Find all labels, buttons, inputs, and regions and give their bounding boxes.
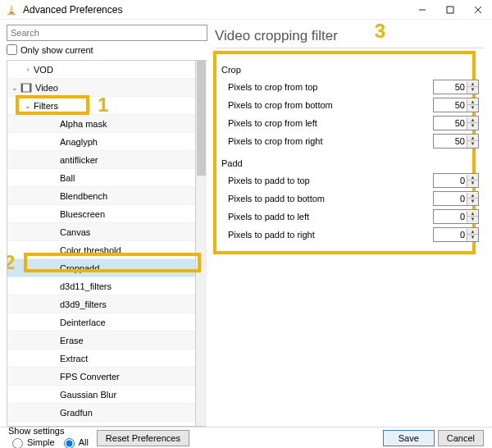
crop-bottom-spinner[interactable]: ▲▼ (433, 98, 479, 112)
tree-item-gaussian-blur[interactable]: Gaussian Blur (7, 386, 195, 404)
tree-scrollbar[interactable] (195, 61, 207, 426)
save-button[interactable]: Save (383, 430, 435, 446)
tree-item-bluescreen[interactable]: Bluescreen (7, 205, 195, 223)
svg-rect-3 (7, 13, 16, 15)
crop-left-field: Pixels to crop from left▲▼ (220, 114, 479, 132)
padd-right-spinner[interactable]: ▲▼ (433, 227, 479, 242)
spin-up-icon[interactable]: ▲ (467, 99, 478, 105)
spin-up-icon[interactable]: ▲ (467, 193, 478, 199)
svg-rect-10 (30, 84, 31, 92)
spin-down-icon[interactable]: ▼ (467, 181, 478, 187)
svg-rect-5 (447, 7, 453, 13)
padd-left-label: Pixels to padd to left (228, 212, 433, 222)
only-show-current-checkbox[interactable]: Only show current (7, 44, 207, 55)
tree-item-croppadd[interactable]: Croppadd (7, 259, 195, 277)
padd-bottom-label: Pixels to padd to bottom (228, 194, 433, 203)
tree-item-gradient[interactable]: Gradient (7, 422, 195, 426)
chevron-down-icon: ⌄ (11, 84, 19, 92)
crop-right-spinner[interactable]: ▲▼ (433, 134, 479, 149)
reset-preferences-button[interactable]: Reset Preferences (97, 430, 189, 446)
crop-left-label: Pixels to crop from left (228, 118, 433, 128)
show-settings: Show settings Simple All (8, 427, 89, 448)
svg-marker-0 (9, 5, 14, 14)
crop-top-label: Pixels to crop from top (228, 82, 433, 92)
vlc-icon (5, 3, 18, 16)
padd-group-label: Padd (221, 158, 479, 168)
crop-right-label: Pixels to crop from right (228, 136, 433, 146)
crop-left-spinner[interactable]: ▲▼ (433, 116, 479, 130)
tree-item-fps-converter[interactable]: FPS Converter (7, 368, 195, 386)
tree-item-color-threshold[interactable]: Color threshold (7, 241, 195, 259)
spin-up-icon[interactable]: ▲ (467, 81, 478, 87)
tree-item-filters[interactable]: ⌄Filters (7, 97, 195, 115)
spin-up-icon[interactable]: ▲ (467, 175, 478, 181)
crop-left-input[interactable] (434, 117, 467, 129)
show-settings-simple[interactable]: Simple (8, 436, 55, 448)
spin-down-icon[interactable]: ▼ (467, 141, 478, 148)
tree-item-gradfun[interactable]: Gradfun (7, 404, 195, 422)
spin-up-icon[interactable]: ▲ (467, 135, 478, 141)
padd-top-spinner[interactable]: ▲▼ (433, 173, 479, 188)
padd-bottom-spinner[interactable]: ▲▼ (433, 191, 479, 206)
tree-item-deinterlace[interactable]: Deinterlace (7, 313, 195, 331)
tree-item-ball[interactable]: Ball (7, 169, 195, 187)
maximize-button[interactable] (436, 0, 464, 20)
padd-top-input[interactable] (434, 175, 467, 186)
right-panel: Video cropping filter 3 Crop Pixels to c… (212, 20, 492, 427)
padd-right-input[interactable] (434, 229, 467, 240)
spin-down-icon[interactable]: ▼ (467, 235, 478, 241)
crop-bottom-input[interactable] (434, 99, 467, 111)
spin-down-icon[interactable]: ▼ (467, 217, 478, 223)
video-icon (20, 83, 32, 93)
chevron-down-icon: ⌄ (24, 102, 32, 110)
settings-heading: Video cropping filter (215, 28, 484, 44)
titlebar: Advanced Preferences (0, 0, 492, 20)
spin-up-icon[interactable]: ▲ (467, 229, 478, 235)
tree-item-vod[interactable]: ›VOD (7, 61, 195, 79)
padd-right-field: Pixels to padd to right▲▼ (220, 226, 479, 244)
spin-down-icon[interactable]: ▼ (467, 123, 478, 130)
tree: ›VOD⌄Video⌄FiltersAlpha maskAnaglyphanti… (7, 60, 207, 427)
tree-item-extract[interactable]: Extract (7, 350, 195, 368)
padd-left-input[interactable] (434, 211, 467, 222)
bottom-bar: Show settings Simple All Reset Preferenc… (0, 427, 492, 448)
tree-item-blendbench[interactable]: Blendbench (7, 187, 195, 205)
crop-right-input[interactable] (434, 135, 467, 147)
padd-left-field: Pixels to padd to left▲▼ (220, 208, 479, 226)
svg-rect-9 (21, 84, 23, 92)
window-title: Advanced Preferences (23, 4, 408, 16)
svg-rect-1 (10, 7, 13, 9)
padd-top-label: Pixels to padd to top (228, 176, 433, 185)
padd-right-label: Pixels to padd to right (228, 230, 433, 240)
crop-top-spinner[interactable]: ▲▼ (433, 80, 479, 94)
tree-item-alpha-mask[interactable]: Alpha mask (7, 115, 195, 133)
tree-item-d3d11-filters[interactable]: d3d11_filters (7, 277, 195, 295)
crop-top-input[interactable] (434, 81, 467, 93)
crop-bottom-field: Pixels to crop from bottom▲▼ (220, 96, 479, 114)
tree-item-anaglyph[interactable]: Anaglyph (7, 133, 195, 151)
padd-top-field: Pixels to padd to top▲▼ (220, 171, 479, 190)
tree-item-video[interactable]: ⌄Video (7, 79, 195, 97)
tree-item-erase[interactable]: Erase (7, 331, 195, 350)
search-input[interactable] (7, 25, 207, 41)
padd-bottom-input[interactable] (434, 193, 467, 204)
minimize-button[interactable] (408, 0, 436, 20)
padd-bottom-field: Pixels to padd to bottom▲▼ (220, 190, 479, 208)
crop-right-field: Pixels to crop from right▲▼ (220, 132, 479, 150)
padd-left-spinner[interactable]: ▲▼ (433, 209, 479, 224)
spin-up-icon[interactable]: ▲ (467, 117, 478, 123)
crop-bottom-label: Pixels to crop from bottom (228, 100, 433, 110)
close-button[interactable] (464, 0, 492, 20)
cancel-button[interactable]: Cancel (438, 430, 484, 446)
tree-item-antiflicker[interactable]: antiflicker (7, 151, 195, 169)
tree-item-canvas[interactable]: Canvas (7, 223, 195, 241)
show-settings-all[interactable]: All (60, 436, 89, 448)
spin-up-icon[interactable]: ▲ (467, 211, 478, 217)
left-panel: Only show current ›VOD⌄Video⌄FiltersAlph… (0, 20, 212, 427)
tree-item-d3d9-filters[interactable]: d3d9_filters (7, 295, 195, 313)
spin-down-icon[interactable]: ▼ (467, 87, 478, 94)
spin-down-icon[interactable]: ▼ (467, 105, 478, 112)
spin-down-icon[interactable]: ▼ (467, 199, 478, 205)
svg-rect-2 (10, 10, 14, 11)
chevron-right-icon: › (24, 66, 32, 74)
